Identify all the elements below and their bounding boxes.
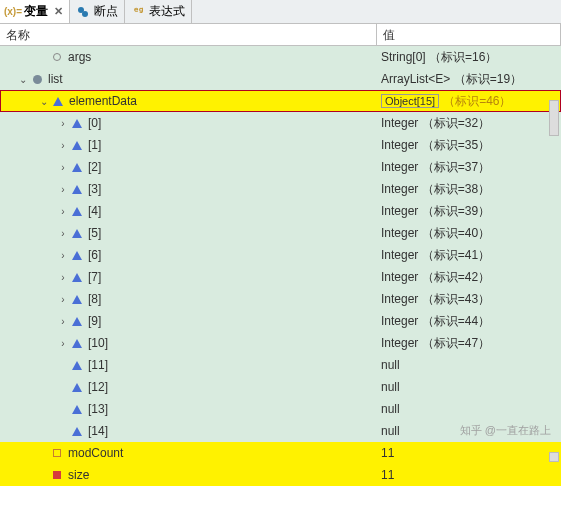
close-icon[interactable]: ✕ [52, 5, 63, 18]
variable-name: [9] [88, 314, 101, 328]
tree-row[interactable]: ›[9]Integer （标识=44） [0, 310, 561, 332]
field-icon [70, 182, 84, 196]
chevron-down-icon[interactable]: ⌄ [16, 72, 30, 86]
name-cell: modCount [0, 442, 377, 464]
chevron-right-icon[interactable]: › [56, 160, 70, 174]
expressions-icon: ᵉᵍ [131, 5, 145, 19]
tree-row[interactable]: ›[4]Integer （标识=39） [0, 200, 561, 222]
variable-value: Integer （标识=32） [381, 115, 490, 132]
chevron-right-icon[interactable]: › [56, 248, 70, 262]
tree-row[interactable]: ›[6]Integer （标识=41） [0, 244, 561, 266]
variable-name: [0] [88, 116, 101, 130]
value-cell: Integer （标识=38） [377, 178, 561, 200]
chevron-right-icon[interactable]: › [56, 270, 70, 284]
value-cell: Integer （标识=41） [377, 244, 561, 266]
tab-2[interactable]: ᵉᵍ表达式 [125, 0, 192, 23]
value-cell: String[0] （标识=16） [377, 46, 561, 68]
name-cell: ›[7] [0, 266, 377, 288]
variable-value: null [381, 424, 400, 438]
chevron-right-icon[interactable]: › [56, 138, 70, 152]
variable-value: Integer （标识=41） [381, 247, 490, 264]
value-cell: Integer （标识=42） [377, 266, 561, 288]
tree-row[interactable]: argsString[0] （标识=16） [0, 46, 561, 68]
name-cell: ›[10] [0, 332, 377, 354]
watermark: 知乎 @一直在路上 [460, 423, 551, 438]
column-value-header[interactable]: 值 [377, 24, 561, 45]
tree-row[interactable]: [13]null [0, 398, 561, 420]
chevron-right-icon[interactable]: › [56, 226, 70, 240]
variable-value: 11 [381, 446, 394, 460]
tree-row[interactable]: ›[2]Integer （标识=37） [0, 156, 561, 178]
tab-label: 变量 [24, 3, 48, 20]
value-cell: Integer （标识=40） [377, 222, 561, 244]
variable-value: String[0] （标识=16） [381, 49, 497, 66]
tree-row[interactable]: ›[8]Integer （标识=43） [0, 288, 561, 310]
variable-name: [5] [88, 226, 101, 240]
object-icon [30, 72, 44, 86]
field-icon [70, 248, 84, 262]
name-cell: ›[2] [0, 156, 377, 178]
breakpoints-icon [76, 5, 90, 19]
value-cell: Object[15]（标识=46） [377, 90, 561, 112]
chevron-right-icon[interactable]: › [56, 314, 70, 328]
variable-name: list [48, 72, 63, 86]
tree-row[interactable]: ›[7]Integer （标识=42） [0, 266, 561, 288]
field-icon [70, 380, 84, 394]
tree-row[interactable]: ›[1]Integer （标识=35） [0, 134, 561, 156]
variable-name: [12] [88, 380, 108, 394]
tab-0[interactable]: (x)=变量✕ [0, 0, 70, 23]
field-icon [51, 94, 65, 108]
variable-value: Integer （标识=35） [381, 137, 490, 154]
variable-value: Integer （标识=44） [381, 313, 490, 330]
tab-1[interactable]: 断点 [70, 0, 125, 23]
chevron-right-icon[interactable]: › [56, 116, 70, 130]
tree-row[interactable]: ›[0]Integer （标识=32） [0, 112, 561, 134]
tree-row[interactable]: ›[5]Integer （标识=40） [0, 222, 561, 244]
tree-row[interactable]: [12]null [0, 376, 561, 398]
field-icon [70, 292, 84, 306]
tree-row[interactable]: ⌄listArrayList<E> （标识=19） [0, 68, 561, 90]
variable-value: 11 [381, 468, 394, 482]
variable-value: Integer （标识=38） [381, 181, 490, 198]
variable-id: （标识=46） [443, 93, 511, 110]
name-cell: [13] [0, 398, 377, 420]
private-field-icon [50, 468, 64, 482]
chevron-down-icon[interactable]: ⌄ [37, 94, 51, 108]
tree-row[interactable]: size11 [0, 464, 561, 486]
variable-name: [2] [88, 160, 101, 174]
tree-row[interactable]: ›[3]Integer （标识=38） [0, 178, 561, 200]
scrollbar-bottom[interactable] [549, 452, 559, 462]
tree-row[interactable]: modCount11 [0, 442, 561, 464]
chevron-right-icon[interactable]: › [56, 292, 70, 306]
value-cell: Integer （标识=37） [377, 156, 561, 178]
variable-name: [7] [88, 270, 101, 284]
chevron-right-icon[interactable]: › [56, 336, 70, 350]
name-cell: [14] [0, 420, 377, 442]
name-cell: ›[0] [0, 112, 377, 134]
value-cell: Integer （标识=44） [377, 310, 561, 332]
field-icon [70, 336, 84, 350]
variable-name: args [68, 50, 91, 64]
tree-row[interactable]: [11]null [0, 354, 561, 376]
field-icon [70, 204, 84, 218]
variable-name: [13] [88, 402, 108, 416]
chevron-right-icon[interactable]: › [56, 204, 70, 218]
tree-row[interactable]: ⌄elementDataObject[15]（标识=46） [0, 90, 561, 112]
variable-name: elementData [69, 94, 137, 108]
name-cell: ›[1] [0, 134, 377, 156]
name-cell: args [0, 46, 377, 68]
variable-name: [10] [88, 336, 108, 350]
variable-name: [8] [88, 292, 101, 306]
variable-name: [4] [88, 204, 101, 218]
variables-tree: argsString[0] （标识=16）⌄listArrayList<E> （… [0, 46, 561, 486]
column-name-header[interactable]: 名称 [0, 24, 377, 45]
value-cell: Integer （标识=47） [377, 332, 561, 354]
tree-row[interactable]: ›[10]Integer （标识=47） [0, 332, 561, 354]
variable-value: null [381, 402, 400, 416]
name-cell: ›[3] [0, 178, 377, 200]
variable-value: Integer （标识=43） [381, 291, 490, 308]
chevron-right-icon[interactable]: › [56, 182, 70, 196]
variable-value: Object[15] [381, 94, 439, 108]
variable-value: Integer （标识=39） [381, 203, 490, 220]
scrollbar-thumb[interactable] [549, 100, 559, 136]
